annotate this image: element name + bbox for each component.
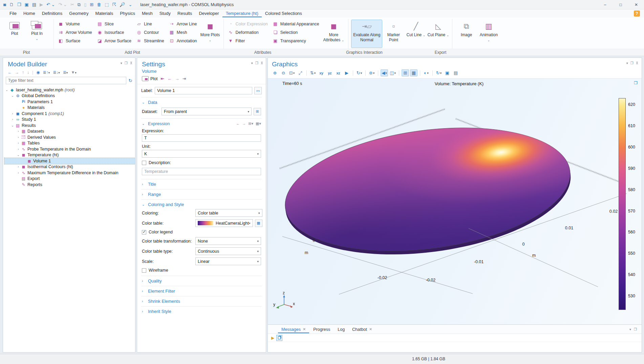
tree-node-tables[interactable]: ›▦Tables xyxy=(4,140,135,146)
marker-point-button[interactable]: ▫ Marker Point xyxy=(382,20,405,48)
ribbon-tab-physics[interactable]: Physics xyxy=(116,10,138,17)
refresh-filter-icon[interactable]: ↻ xyxy=(128,78,132,83)
sync-plot-icon[interactable]: ↻▾ xyxy=(435,69,443,76)
scene-camera-icon[interactable]: ▶ xyxy=(343,69,350,76)
range-section-header[interactable]: › Range xyxy=(142,192,261,197)
view-xy-icon[interactable]: xy xyxy=(318,69,325,76)
tree-node-isothermal-contours-ht[interactable]: ›◼Isothermal Contours (ht) xyxy=(4,164,135,170)
more-attributes-button[interactable]: ◼ More Attributes ⌄ xyxy=(322,20,345,48)
minimize-button[interactable]: – xyxy=(597,0,613,9)
collapse-node-icon[interactable]: ⌄ xyxy=(10,94,15,97)
streamline-button[interactable]: ≋Streamline xyxy=(135,37,167,45)
plot-last-icon[interactable]: ⇥ xyxy=(182,76,186,81)
duplicate-icon[interactable]: ⊞ xyxy=(90,2,93,7)
scene-settings-icon[interactable]: ⊚▾ xyxy=(368,69,375,76)
run-icon[interactable]: ▶ xyxy=(40,2,43,7)
panel-menu-icon[interactable]: ▾ xyxy=(121,61,122,65)
plot-next-icon[interactable]: → xyxy=(175,76,179,81)
cut-plane-button[interactable]: ◺ Cut Plane ⌄ xyxy=(427,20,449,48)
scene-light-icon[interactable]: ◐▾ xyxy=(423,69,430,76)
maximize-button[interactable]: □ xyxy=(613,0,628,9)
collapse-node-icon[interactable]: ⌄ xyxy=(10,124,15,127)
go-to-default-view-icon[interactable]: ⇅▾ xyxy=(309,69,317,76)
table-toggle-icon[interactable]: ▦ xyxy=(410,69,417,76)
coloring-style-header[interactable]: ⌄ Coloring and Style xyxy=(142,202,261,207)
edit-color-table-icon[interactable]: ▦ xyxy=(255,220,262,227)
zoom-out-icon[interactable]: ⊖ xyxy=(280,69,287,76)
tab-chatbot[interactable]: Chatbot✕ xyxy=(349,325,375,333)
zoom-extents-icon[interactable]: ⤢ xyxy=(297,69,304,76)
open-file-icon[interactable]: ❒ xyxy=(17,2,21,7)
tree-node-parameters-1[interactable]: PiParameters 1 xyxy=(4,99,135,105)
expression-input[interactable] xyxy=(142,134,261,142)
filter-button[interactable]: ▼Filter xyxy=(227,37,271,45)
save-icon[interactable]: ▣ xyxy=(25,2,29,7)
arrow-surface-button[interactable]: ◪Arrow Surface xyxy=(95,37,134,45)
tree-node-derived-values[interactable]: ›8.85e-12Derived Values xyxy=(4,134,135,140)
snapshot-icon[interactable]: ▣ xyxy=(444,69,451,76)
description-input[interactable] xyxy=(142,168,261,175)
show-icon[interactable]: ◉ xyxy=(36,70,40,75)
annotation-button[interactable]: ⊡Annotation xyxy=(168,37,200,45)
expand-node-icon[interactable]: › xyxy=(16,171,21,175)
expr-previous-icon[interactable]: ← xyxy=(236,121,240,126)
graphics-canvas[interactable]: z y x Time=60 s Volume: Temperature (K) … xyxy=(268,78,642,324)
preview-icon[interactable]: 🔎 xyxy=(120,2,125,7)
move-down-icon[interactable]: ↓ xyxy=(27,70,29,75)
close-tab-icon[interactable]: ✕ xyxy=(369,327,372,332)
panel-float-icon[interactable]: ❐ xyxy=(255,61,258,65)
ribbon-tab-file[interactable]: File xyxy=(6,10,20,17)
plot-data-toggle-icon[interactable]: ⊞ xyxy=(402,69,409,76)
collapse-all-icon[interactable]: ≣↑▾ xyxy=(43,70,50,75)
close-tab-icon[interactable]: ✕ xyxy=(303,327,306,332)
expand-node-icon[interactable]: › xyxy=(16,130,21,133)
inherit-style-header[interactable]: › Inherit Style xyxy=(142,309,261,314)
new-file-icon[interactable]: 🗋 xyxy=(9,2,14,7)
undo-icon[interactable]: ↶ ⌄ xyxy=(46,2,55,7)
panel-menu-icon[interactable]: ▾ xyxy=(251,61,253,65)
tree-node-reports[interactable]: ✎Reports xyxy=(4,182,135,188)
isosurface-button[interactable]: ◉Isosurface xyxy=(95,28,134,37)
tree-node-component-1[interactable]: ›◼Component 1(comp1) xyxy=(4,111,135,117)
arrow-volume-button[interactable]: ⇉Arrow Volume xyxy=(57,28,95,37)
panel-pin-icon[interactable]: ⊼ xyxy=(636,61,638,65)
tree-node-export[interactable]: ▤Export xyxy=(4,176,135,182)
tree-filter-input[interactable] xyxy=(6,77,126,84)
model-manager-icon[interactable]: ▤ xyxy=(32,2,36,7)
forward-icon[interactable]: → xyxy=(15,70,19,75)
more-plots-button[interactable]: ◼ More Plots ⌄ xyxy=(200,20,221,48)
deformation-button[interactable]: ∿Deformation xyxy=(227,28,271,37)
rename-icon[interactable]: ▭ xyxy=(254,87,262,94)
panel-float-icon[interactable]: ❐ xyxy=(630,61,634,65)
zoom-box-icon[interactable]: ⊡▾ xyxy=(288,69,296,76)
panel-pin-icon[interactable]: ⊼ xyxy=(130,61,132,65)
tree-filter-icon[interactable]: ▼▾ xyxy=(71,70,76,75)
ribbon-tab-colored-selections[interactable]: Colored Selections xyxy=(262,10,305,17)
print-icon[interactable]: ▤ xyxy=(452,69,459,76)
close-button[interactable]: ✕ xyxy=(628,0,644,9)
animation-export-button[interactable]: ▥ Animation⌄ xyxy=(477,20,500,48)
customize-qat-icon[interactable]: ⌄ xyxy=(128,2,132,7)
data-section-header[interactable]: ⌄ Data xyxy=(142,100,261,105)
add-dataset-icon[interactable]: ⊞ xyxy=(254,108,261,115)
panel-float-icon[interactable]: ❐ xyxy=(125,61,128,65)
move-up-icon[interactable]: ↑ xyxy=(22,70,24,75)
pointer-icon[interactable]: ▶ xyxy=(271,336,274,340)
view-yz-icon[interactable]: yz xyxy=(326,69,334,76)
tree-node-probe-temperature-in-the-domain[interactable]: ›∿Probe Temperature in the Domain xyxy=(4,146,135,152)
slice-button[interactable]: ▤Slice xyxy=(95,20,134,28)
color-table-select[interactable]: HeatCameraLight▾ xyxy=(195,219,253,227)
tree-node-temperature-ht[interactable]: ⌄◼Temperature (ht) xyxy=(4,152,135,158)
ribbon-tab-study[interactable]: Study xyxy=(156,10,174,17)
settings-plot-button[interactable]: Plot xyxy=(142,76,158,81)
material-appearance-button[interactable]: ▦Material Appearance xyxy=(271,20,322,28)
insert-expression-icon[interactable]: ▦▾ xyxy=(256,121,261,126)
tree-node-materials[interactable]: ●Materials xyxy=(4,105,135,111)
transformation-select[interactable]: None▾ xyxy=(195,237,261,245)
pick-icon[interactable]: ☈ xyxy=(112,2,116,7)
title-section-header[interactable]: › Title xyxy=(142,182,261,187)
color-legend-checkbox[interactable] xyxy=(142,230,146,234)
transparency-toggle-icon[interactable]: ◫▾ xyxy=(389,69,396,76)
delete-icon[interactable]: 🗑 xyxy=(97,2,101,7)
plot-first-icon[interactable]: ⇤ xyxy=(161,76,165,81)
